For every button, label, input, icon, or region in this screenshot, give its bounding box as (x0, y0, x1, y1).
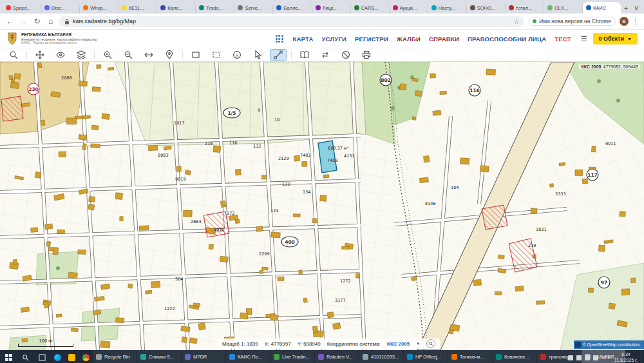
task-view-icon (39, 354, 46, 361)
new-tab-button[interactable]: + (621, 5, 631, 14)
tab-favicon (509, 5, 514, 10)
nav-item-zhalbi[interactable]: ЖАЛБИ (397, 35, 421, 43)
parcel-label: 7403 (327, 158, 338, 163)
browser-tab[interactable]: КАИС (583, 2, 621, 14)
agency-logo[interactable]: РЕПУБЛИКА БЪЛГАРИЯ Агенция по геодезия, … (6, 32, 97, 45)
parcel-label: 9930 (214, 227, 225, 232)
browser-tab[interactable]: Trado... (196, 2, 234, 14)
taskbar-search-button[interactable] (17, 350, 33, 363)
task-view-button[interactable] (33, 350, 50, 363)
hamburger-icon[interactable]: ☰ (581, 35, 587, 43)
profile-avatar[interactable]: К (620, 17, 629, 26)
browser-tab[interactable]: Speed... (3, 2, 41, 14)
chrome-update-chip[interactable]: Има нова версия на Chrome (528, 17, 616, 26)
browser-tab[interactable]: Аукци... (390, 2, 428, 14)
building (53, 248, 59, 254)
locate-tool-button[interactable] (162, 50, 177, 61)
clear-tool-button[interactable] (338, 50, 354, 61)
start-button[interactable] (0, 350, 17, 363)
compare-tool-button[interactable] (317, 50, 333, 61)
print-tool-button[interactable] (359, 50, 374, 61)
browser-menu-icon[interactable]: ⋮ (632, 18, 639, 25)
taskbar-item[interactable]: Live Tradin... (270, 350, 314, 363)
zoom-out-tool-button[interactable] (120, 50, 136, 61)
address-bar[interactable]: kais.cadastre.bg/bg/Map ☆ (59, 16, 524, 27)
tab-search-icon[interactable]: ∨ (631, 4, 641, 14)
tray-icon[interactable] (593, 355, 598, 360)
taskbar-clock[interactable]: 8:34 11.8.2025 г. (614, 352, 638, 362)
forward-button[interactable]: → (19, 17, 28, 25)
taskbar-item[interactable]: Ковачеве... (493, 350, 536, 363)
nav-item-test[interactable]: ТЕСТ (554, 35, 571, 43)
building (46, 241, 51, 246)
nav-item-spravki[interactable]: СПРАВКИ (429, 35, 459, 43)
crs-select[interactable]: ККС 2005 (387, 341, 410, 347)
pinned-chrome[interactable] (79, 350, 93, 363)
map-area[interactable]: 208810179101121181168083212974027403608.… (0, 62, 644, 350)
pinned-explorer[interactable] (64, 350, 79, 363)
building (183, 210, 192, 217)
browser-tab[interactable]: тотал... (506, 2, 544, 14)
tray-chevron-icon[interactable]: ^ (562, 355, 565, 360)
browser-tab[interactable]: Disc... (41, 2, 80, 14)
home-button[interactable]: ⌂ (46, 17, 55, 25)
pan-tool-button[interactable] (32, 50, 48, 61)
map-attribution[interactable]: © OpenStreetMap contributors. (574, 340, 644, 349)
identify-tool-button[interactable] (250, 50, 265, 61)
cadastral-map[interactable]: 208810179101121181168083212974027403608.… (0, 62, 644, 350)
browser-tab[interactable]: OLX... (544, 2, 583, 14)
tab-favicon (238, 5, 243, 10)
select-rect-tool-button[interactable] (188, 50, 204, 61)
taskbar-item[interactable]: Rakuten V... (315, 350, 359, 363)
layers-tool-button[interactable] (73, 50, 89, 61)
tray-icon[interactable] (568, 355, 573, 360)
nav-item-uslugi[interactable]: УСЛУГИ (321, 35, 346, 43)
info-tool-button[interactable] (229, 50, 245, 61)
map-landmark-label: 802 (381, 77, 391, 83)
taskbar-item[interactable]: Снимки 5... (137, 350, 181, 363)
taskbar-item[interactable]: 410110283... (359, 350, 403, 363)
browser-tab[interactable]: SOHO... (467, 2, 506, 14)
tray-icon[interactable] (576, 355, 582, 360)
browser-tab[interactable]: CARS... (351, 2, 390, 14)
reload-button[interactable]: ↻ (32, 17, 42, 25)
pinned-edge[interactable] (50, 350, 64, 363)
browser-tab[interactable]: Кале... (157, 2, 196, 14)
taskbar-item[interactable]: Recycle Bin (93, 350, 137, 363)
tab-label: Кале... (167, 5, 182, 11)
tray-icon[interactable] (585, 355, 590, 360)
building (424, 156, 430, 162)
taskbar-item-label: HP Officej... (415, 354, 441, 360)
move-tool-button[interactable] (141, 50, 156, 61)
nav-item-pravosposobni-litsa[interactable]: ПРАВОСПОСОБНИ ЛИЦА (468, 35, 546, 43)
select-area-tool-button[interactable] (209, 50, 224, 61)
browser-tab[interactable]: 6Е11... (118, 2, 157, 14)
browser-tab[interactable]: Serve... (234, 2, 273, 14)
bookmark-star-icon[interactable]: ☆ (513, 18, 519, 25)
taskbar-item[interactable]: КАИС По... (226, 350, 270, 363)
visibility-tool-button[interactable] (53, 50, 68, 61)
back-button[interactable]: ← (5, 17, 15, 25)
taskbar-item[interactable]: HP Officej... (404, 350, 448, 363)
zoom-in-tool-button[interactable] (100, 50, 115, 61)
show-desktop-button[interactable] (641, 350, 644, 363)
apps-grid-icon[interactable] (276, 35, 283, 43)
building (262, 267, 269, 270)
coordinate-search-button[interactable] (426, 339, 435, 348)
nav-item-registri[interactable]: РЕГИСТРИ (355, 35, 388, 43)
legend-tool-button[interactable] (297, 50, 312, 61)
browser-tab[interactable]: Балле... (273, 2, 312, 14)
browser-tab[interactable]: Whop... (80, 2, 118, 14)
browser-tab[interactable]: Лице... (312, 2, 351, 14)
building (116, 318, 124, 323)
nav-item-karta[interactable]: КАРТА (293, 35, 314, 43)
measure-tool-button[interactable] (270, 50, 286, 61)
parcel-label: 2129 (278, 156, 289, 161)
language-indicator[interactable]: БГР (601, 355, 611, 360)
taskbar-item[interactable]: M7DR (182, 350, 225, 363)
browser-tab[interactable]: Насту... (428, 2, 467, 14)
taskbar-item[interactable]: Тонков-м... (448, 350, 492, 363)
search-tool-button[interactable] (6, 50, 21, 61)
objects-button[interactable]: 0 Обекти ▼ (593, 33, 638, 44)
crs-caret-icon[interactable]: ▼ (416, 342, 420, 346)
